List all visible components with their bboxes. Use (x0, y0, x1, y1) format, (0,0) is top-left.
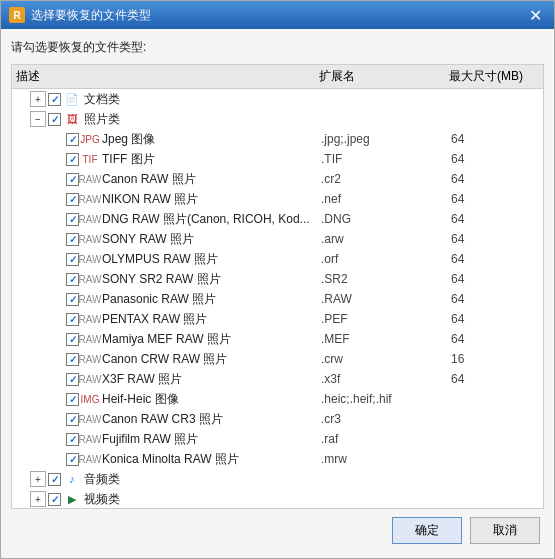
file-type-tree[interactable]: + 📄 文档类 − 🖼 照片类 JPG Jpeg 图 (11, 88, 544, 509)
list-item[interactable]: RAW SONY RAW 照片 .arw 64 (12, 229, 543, 249)
checkbox-audio[interactable] (48, 473, 61, 486)
list-item[interactable]: RAW Mamiya MEF RAW 照片 .MEF 64 (12, 329, 543, 349)
checkbox-pef[interactable] (66, 313, 79, 326)
checkbox-x3f[interactable] (66, 373, 79, 386)
size-crw: 16 (451, 352, 541, 366)
ext-jpeg: .jpg;.jpeg (321, 132, 451, 146)
label-cr2: Canon RAW 照片 (102, 171, 321, 188)
list-item[interactable]: RAW Canon RAW 照片 .cr2 64 (12, 169, 543, 189)
checkbox-docs[interactable] (48, 93, 61, 106)
checkbox-tiff[interactable] (66, 153, 79, 166)
ext-pef: .PEF (321, 312, 451, 326)
heic-icon: IMG (82, 391, 98, 407)
checkbox-cr2[interactable] (66, 173, 79, 186)
app-icon: R (9, 7, 25, 23)
size-jpeg: 64 (451, 132, 541, 146)
label-x3f: X3F RAW 照片 (102, 371, 321, 388)
list-item[interactable]: RAW Fujifilm RAW 照片 .raf (12, 429, 543, 449)
ext-mrw: .mrw (321, 452, 451, 466)
doc-icon: 📄 (64, 91, 80, 107)
checkbox-heic[interactable] (66, 393, 79, 406)
category-docs[interactable]: + 📄 文档类 (12, 89, 543, 109)
ext-tiff: .TIF (321, 152, 451, 166)
label-heic: Heif-Heic 图像 (102, 391, 321, 408)
toggle-docs[interactable]: + (30, 91, 46, 107)
list-item[interactable]: RAW PENTAX RAW 照片 .PEF 64 (12, 309, 543, 329)
photo-icon: 🖼 (64, 111, 80, 127)
checkbox-video[interactable] (48, 493, 61, 506)
list-item[interactable]: RAW Panasonic RAW 照片 .RAW 64 (12, 289, 543, 309)
x3f-icon: RAW (82, 371, 98, 387)
label-audio: 音频类 (84, 471, 321, 488)
label-sr2: SONY SR2 RAW 照片 (102, 271, 321, 288)
list-item[interactable]: RAW Canon CRW RAW 照片 .crw 16 (12, 349, 543, 369)
ok-button[interactable]: 确定 (392, 517, 462, 544)
list-item[interactable]: RAW Canon RAW CR3 照片 .cr3 (12, 409, 543, 429)
checkbox-cr3[interactable] (66, 413, 79, 426)
ext-mef: .MEF (321, 332, 451, 346)
label-nef: NIKON RAW 照片 (102, 191, 321, 208)
toggle-video[interactable]: + (30, 491, 46, 507)
list-item[interactable]: IMG Heif-Heic 图像 .heic;.heif;.hif (12, 389, 543, 409)
window-title: 选择要恢复的文件类型 (31, 7, 525, 24)
checkbox-crw[interactable] (66, 353, 79, 366)
ext-raw: .RAW (321, 292, 451, 306)
ext-cr3: .cr3 (321, 412, 451, 426)
col-ext-header: 扩展名 (319, 68, 449, 85)
size-orf: 64 (451, 252, 541, 266)
size-pef: 64 (451, 312, 541, 326)
checkbox-orf[interactable] (66, 253, 79, 266)
label-dng: DNG RAW 照片(Canon, RICOH, Kod... (102, 211, 321, 228)
checkbox-raw[interactable] (66, 293, 79, 306)
checkbox-nef[interactable] (66, 193, 79, 206)
checkbox-sr2[interactable] (66, 273, 79, 286)
size-arw: 64 (451, 232, 541, 246)
ext-nef: .nef (321, 192, 451, 206)
label-cr3: Canon RAW CR3 照片 (102, 411, 321, 428)
mrw-icon: RAW (82, 451, 98, 467)
size-sr2: 64 (451, 272, 541, 286)
list-item[interactable]: RAW OLYMPUS RAW 照片 .orf 64 (12, 249, 543, 269)
video-icon: ▶ (64, 491, 80, 507)
subtitle-text: 请勾选要恢复的文件类型: (11, 39, 544, 56)
mef-icon: RAW (82, 331, 98, 347)
checkbox-jpeg[interactable] (66, 133, 79, 146)
footer: 确定 取消 (11, 509, 544, 548)
label-pef: PENTAX RAW 照片 (102, 311, 321, 328)
category-video[interactable]: + ▶ 视频类 (12, 489, 543, 509)
ext-heic: .heic;.heif;.hif (321, 392, 451, 406)
list-item[interactable]: RAW NIKON RAW 照片 .nef 64 (12, 189, 543, 209)
toggle-photos[interactable]: − (30, 111, 46, 127)
label-arw: SONY RAW 照片 (102, 231, 321, 248)
label-photos: 照片类 (84, 111, 321, 128)
raf-icon: RAW (82, 431, 98, 447)
list-item[interactable]: RAW Konica Minolta RAW 照片 .mrw (12, 449, 543, 469)
label-raw: Panasonic RAW 照片 (102, 291, 321, 308)
main-window: R 选择要恢复的文件类型 ✕ 请勾选要恢复的文件类型: 描述 扩展名 最大尺寸(… (0, 0, 555, 559)
cancel-button[interactable]: 取消 (470, 517, 540, 544)
cr2-icon: RAW (82, 171, 98, 187)
close-button[interactable]: ✕ (525, 6, 546, 25)
list-item[interactable]: TIF TIFF 图片 .TIF 64 (12, 149, 543, 169)
checkbox-mef[interactable] (66, 333, 79, 346)
size-dng: 64 (451, 212, 541, 226)
jpeg-icon: JPG (82, 131, 98, 147)
toggle-audio[interactable]: + (30, 471, 46, 487)
tiff-icon: TIF (82, 151, 98, 167)
checkbox-arw[interactable] (66, 233, 79, 246)
ext-crw: .crw (321, 352, 451, 366)
ext-sr2: .SR2 (321, 272, 451, 286)
list-item[interactable]: RAW SONY SR2 RAW 照片 .SR2 64 (12, 269, 543, 289)
label-video: 视频类 (84, 491, 321, 508)
list-item[interactable]: RAW DNG RAW 照片(Canon, RICOH, Kod... .DNG… (12, 209, 543, 229)
category-photos[interactable]: − 🖼 照片类 (12, 109, 543, 129)
ext-raf: .raf (321, 432, 451, 446)
checkbox-raf[interactable] (66, 433, 79, 446)
ext-orf: .orf (321, 252, 451, 266)
checkbox-mrw[interactable] (66, 453, 79, 466)
checkbox-photos[interactable] (48, 113, 61, 126)
list-item[interactable]: RAW X3F RAW 照片 .x3f 64 (12, 369, 543, 389)
list-item[interactable]: JPG Jpeg 图像 .jpg;.jpeg 64 (12, 129, 543, 149)
category-audio[interactable]: + ♪ 音频类 (12, 469, 543, 489)
checkbox-dng[interactable] (66, 213, 79, 226)
